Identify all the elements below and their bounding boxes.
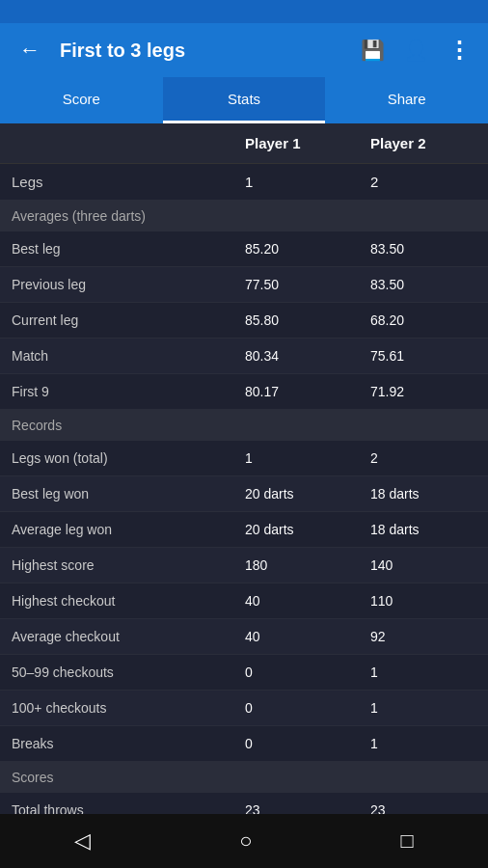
row-player1-value: 0 (237, 691, 363, 725)
row-player1-value: 180 (237, 548, 363, 583)
row-player2-value: 18 darts (363, 512, 488, 547)
row-player2-value: 140 (363, 548, 488, 583)
tab-bar: Score Stats Share (0, 77, 488, 123)
table-header: Player 1 Player 2 (0, 123, 488, 164)
player2-header: Player 2 (363, 123, 488, 163)
row-label: Best leg won (0, 476, 237, 511)
save-icon[interactable] (355, 32, 391, 68)
table-row: Best leg won20 darts18 darts (0, 476, 488, 512)
stats-table: Player 1 Player 2 Legs12Averages (three … (0, 123, 488, 814)
row-label: 50–99 checkouts (0, 655, 237, 690)
row-label: Breaks (0, 726, 237, 761)
section-header: Scores (0, 762, 488, 793)
section-header: Averages (three darts) (0, 201, 488, 231)
nav-back-button[interactable]: ◁ (51, 821, 114, 861)
table-row: Highest score180140 (0, 548, 488, 583)
table-row: Previous leg77.5083.50 (0, 267, 488, 303)
table-row: Legs won (total)12 (0, 441, 488, 476)
row-player2-value: 92 (363, 619, 488, 654)
row-label: Previous leg (0, 267, 237, 302)
status-bar (0, 0, 488, 23)
table-row: Legs12 (0, 164, 488, 201)
table-row: Total throws2323 (0, 793, 488, 814)
table-row: First 980.1771.92 (0, 374, 488, 410)
row-player2-value: 83.50 (363, 267, 488, 302)
row-label: Match (0, 339, 237, 373)
player1-header: Player 1 (237, 123, 363, 163)
row-player1-value: 23 (237, 793, 363, 814)
toolbar-title: First to 3 legs (60, 40, 343, 62)
row-label: Total throws (0, 793, 237, 814)
table-row: Match80.3475.61 (0, 339, 488, 374)
row-label: Current leg (0, 303, 237, 338)
row-player1-value: 40 (237, 619, 363, 654)
row-label: Legs (0, 164, 237, 200)
row-player1-value: 85.20 (237, 231, 363, 266)
row-player1-value: 0 (237, 726, 363, 761)
tab-score[interactable]: Score (0, 77, 163, 123)
row-player1-value: 1 (237, 441, 363, 475)
row-player2-value: 83.50 (363, 231, 488, 266)
table-row: 100+ checkouts01 (0, 691, 488, 726)
row-player2-value: 1 (363, 726, 488, 761)
nav-home-button[interactable]: ○ (216, 821, 275, 861)
row-player2-value: 2 (363, 441, 488, 475)
row-player2-value: 1 (363, 691, 488, 725)
row-player2-value: 18 darts (363, 476, 488, 511)
table-row: Current leg85.8068.20 (0, 303, 488, 339)
section-header: Records (0, 410, 488, 441)
row-player2-value: 110 (363, 583, 488, 618)
row-player2-value: 75.61 (363, 339, 488, 373)
navigation-bar: ◁ ○ □ (0, 814, 488, 868)
row-player1-value: 20 darts (237, 512, 363, 547)
table-row: Breaks01 (0, 726, 488, 762)
row-label: Highest score (0, 548, 237, 583)
row-label: Legs won (total) (0, 441, 237, 475)
row-player2-value: 68.20 (363, 303, 488, 338)
row-label: First 9 (0, 374, 237, 409)
row-player1-value: 0 (237, 655, 363, 690)
row-label: Highest checkout (0, 583, 237, 618)
back-button[interactable] (12, 30, 48, 70)
row-player1-value: 80.17 (237, 374, 363, 409)
row-player1-value: 20 darts (237, 476, 363, 511)
row-label: Average leg won (0, 512, 237, 547)
tab-stats[interactable]: Stats (163, 77, 326, 123)
row-label: Best leg (0, 231, 237, 266)
row-player2-value: 1 (363, 655, 488, 690)
row-player2-value: 71.92 (363, 374, 488, 409)
more-icon[interactable] (442, 31, 476, 69)
row-player1-value: 1 (237, 164, 363, 200)
table-row: Average leg won20 darts18 darts (0, 512, 488, 548)
table-row: 50–99 checkouts01 (0, 655, 488, 691)
toolbar: First to 3 legs (0, 23, 488, 77)
toolbar-actions (355, 31, 476, 69)
row-player1-value: 77.50 (237, 267, 363, 302)
row-player1-value: 40 (237, 583, 363, 618)
row-player2-value: 2 (363, 164, 488, 200)
table-row: Highest checkout40110 (0, 583, 488, 619)
nav-recent-button[interactable]: □ (378, 821, 437, 861)
row-label: 100+ checkouts (0, 691, 237, 725)
row-player1-value: 80.34 (237, 339, 363, 373)
tab-share[interactable]: Share (325, 77, 488, 123)
row-label: Average checkout (0, 619, 237, 654)
row-player2-value: 23 (363, 793, 488, 814)
table-row: Average checkout4092 (0, 619, 488, 655)
row-player1-value: 85.80 (237, 303, 363, 338)
table-row: Best leg85.2083.50 (0, 231, 488, 267)
account-icon[interactable] (398, 32, 434, 68)
